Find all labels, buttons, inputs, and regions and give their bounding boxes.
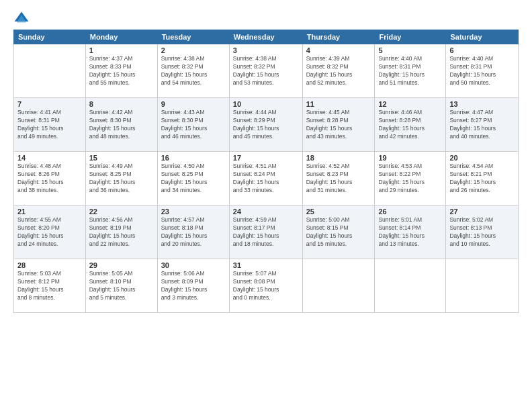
calendar-cell: 15Sunrise: 4:49 AM Sunset: 8:25 PM Dayli…: [85, 152, 157, 205]
calendar-week-row: 7Sunrise: 4:41 AM Sunset: 8:31 PM Daylig…: [14, 98, 519, 152]
day-info: Sunrise: 5:07 AM Sunset: 8:08 PM Dayligh…: [233, 270, 299, 302]
logo-icon: [13, 11, 30, 27]
day-number: 22: [89, 208, 154, 216]
calendar-cell: 3Sunrise: 4:38 AM Sunset: 8:32 PM Daylig…: [229, 44, 302, 98]
day-number: 17: [233, 154, 299, 162]
calendar-cell: 21Sunrise: 4:55 AM Sunset: 8:20 PM Dayli…: [14, 205, 86, 259]
calendar-cell: 5Sunrise: 4:40 AM Sunset: 8:31 PM Daylig…: [375, 44, 446, 98]
calendar-cell: 19Sunrise: 4:53 AM Sunset: 8:22 PM Dayli…: [375, 152, 446, 205]
logo: [13, 11, 31, 27]
calendar-cell: 6Sunrise: 4:40 AM Sunset: 8:31 PM Daylig…: [446, 44, 519, 98]
weekday-row: SundayMondayTuesdayWednesdayThursdayFrid…: [14, 30, 519, 44]
calendar-cell: 23Sunrise: 4:57 AM Sunset: 8:18 PM Dayli…: [157, 205, 229, 259]
day-info: Sunrise: 4:37 AM Sunset: 8:33 PM Dayligh…: [89, 55, 154, 87]
day-number: 14: [17, 154, 82, 162]
day-info: Sunrise: 4:54 AM Sunset: 8:21 PM Dayligh…: [449, 163, 515, 195]
day-info: Sunrise: 4:56 AM Sunset: 8:19 PM Dayligh…: [89, 216, 154, 248]
calendar-cell: [375, 259, 446, 313]
calendar-cell: 14Sunrise: 4:48 AM Sunset: 8:26 PM Dayli…: [14, 152, 86, 205]
calendar-week-row: 28Sunrise: 5:03 AM Sunset: 8:12 PM Dayli…: [14, 259, 519, 313]
day-number: 26: [378, 208, 442, 216]
day-number: 11: [306, 100, 371, 108]
weekday-header: Friday: [375, 30, 446, 44]
day-number: 28: [17, 261, 82, 269]
calendar-cell: 9Sunrise: 4:43 AM Sunset: 8:30 PM Daylig…: [157, 98, 229, 152]
day-info: Sunrise: 4:46 AM Sunset: 8:28 PM Dayligh…: [378, 109, 442, 141]
calendar-cell: 8Sunrise: 4:42 AM Sunset: 8:30 PM Daylig…: [85, 98, 157, 152]
weekday-header: Thursday: [302, 30, 375, 44]
day-info: Sunrise: 4:42 AM Sunset: 8:30 PM Dayligh…: [89, 109, 154, 141]
day-info: Sunrise: 4:47 AM Sunset: 8:27 PM Dayligh…: [449, 109, 515, 141]
day-info: Sunrise: 5:01 AM Sunset: 8:14 PM Dayligh…: [378, 216, 442, 248]
day-info: Sunrise: 5:03 AM Sunset: 8:12 PM Dayligh…: [17, 270, 82, 302]
day-number: 19: [378, 154, 442, 162]
day-info: Sunrise: 5:02 AM Sunset: 8:13 PM Dayligh…: [449, 216, 515, 248]
day-number: 2: [161, 46, 226, 54]
day-number: 9: [161, 100, 226, 108]
calendar-cell: 30Sunrise: 5:06 AM Sunset: 8:09 PM Dayli…: [157, 259, 229, 313]
header: [13, 11, 519, 27]
day-number: 16: [161, 154, 226, 162]
day-number: 21: [17, 208, 82, 216]
calendar-cell: [446, 259, 519, 313]
calendar-cell: 17Sunrise: 4:51 AM Sunset: 8:24 PM Dayli…: [229, 152, 302, 205]
calendar-cell: 13Sunrise: 4:47 AM Sunset: 8:27 PM Dayli…: [446, 98, 519, 152]
calendar-cell: 24Sunrise: 4:59 AM Sunset: 8:17 PM Dayli…: [229, 205, 302, 259]
calendar-header: SundayMondayTuesdayWednesdayThursdayFrid…: [14, 30, 519, 44]
day-info: Sunrise: 4:59 AM Sunset: 8:17 PM Dayligh…: [233, 216, 299, 248]
calendar-cell: 11Sunrise: 4:45 AM Sunset: 8:28 PM Dayli…: [302, 98, 375, 152]
day-number: 3: [233, 46, 299, 54]
calendar-cell: [302, 259, 375, 313]
weekday-header: Monday: [85, 30, 157, 44]
day-number: 23: [161, 208, 226, 216]
day-info: Sunrise: 4:38 AM Sunset: 8:32 PM Dayligh…: [161, 55, 226, 87]
day-info: Sunrise: 4:53 AM Sunset: 8:22 PM Dayligh…: [378, 163, 442, 195]
weekday-header: Sunday: [14, 30, 86, 44]
day-info: Sunrise: 4:52 AM Sunset: 8:23 PM Dayligh…: [306, 163, 371, 195]
day-info: Sunrise: 4:45 AM Sunset: 8:28 PM Dayligh…: [306, 109, 371, 141]
day-info: Sunrise: 5:05 AM Sunset: 8:10 PM Dayligh…: [89, 270, 154, 302]
calendar-table: SundayMondayTuesdayWednesdayThursdayFrid…: [13, 30, 519, 313]
day-info: Sunrise: 4:43 AM Sunset: 8:30 PM Dayligh…: [161, 109, 226, 141]
calendar-cell: 29Sunrise: 5:05 AM Sunset: 8:10 PM Dayli…: [85, 259, 157, 313]
calendar-cell: 31Sunrise: 5:07 AM Sunset: 8:08 PM Dayli…: [229, 259, 302, 313]
day-info: Sunrise: 4:48 AM Sunset: 8:26 PM Dayligh…: [17, 163, 82, 195]
calendar-cell: 7Sunrise: 4:41 AM Sunset: 8:31 PM Daylig…: [14, 98, 86, 152]
day-info: Sunrise: 5:00 AM Sunset: 8:15 PM Dayligh…: [306, 216, 371, 248]
day-info: Sunrise: 4:40 AM Sunset: 8:31 PM Dayligh…: [449, 55, 515, 87]
day-info: Sunrise: 4:50 AM Sunset: 8:25 PM Dayligh…: [161, 163, 226, 195]
calendar-cell: 22Sunrise: 4:56 AM Sunset: 8:19 PM Dayli…: [85, 205, 157, 259]
calendar-cell: [14, 44, 86, 98]
day-info: Sunrise: 4:38 AM Sunset: 8:32 PM Dayligh…: [233, 55, 299, 87]
day-number: 4: [306, 46, 371, 54]
day-info: Sunrise: 5:06 AM Sunset: 8:09 PM Dayligh…: [161, 270, 226, 302]
calendar-body: 1Sunrise: 4:37 AM Sunset: 8:33 PM Daylig…: [14, 44, 519, 313]
weekday-header: Tuesday: [157, 30, 229, 44]
calendar-cell: 12Sunrise: 4:46 AM Sunset: 8:28 PM Dayli…: [375, 98, 446, 152]
day-number: 1: [89, 46, 154, 54]
day-number: 15: [89, 154, 154, 162]
calendar-cell: 25Sunrise: 5:00 AM Sunset: 8:15 PM Dayli…: [302, 205, 375, 259]
day-info: Sunrise: 4:57 AM Sunset: 8:18 PM Dayligh…: [161, 216, 226, 248]
day-info: Sunrise: 4:49 AM Sunset: 8:25 PM Dayligh…: [89, 163, 154, 195]
day-number: 6: [449, 46, 515, 54]
day-number: 7: [17, 100, 82, 108]
weekday-header: Wednesday: [229, 30, 302, 44]
day-info: Sunrise: 4:51 AM Sunset: 8:24 PM Dayligh…: [233, 163, 299, 195]
calendar-cell: 1Sunrise: 4:37 AM Sunset: 8:33 PM Daylig…: [85, 44, 157, 98]
calendar-cell: 2Sunrise: 4:38 AM Sunset: 8:32 PM Daylig…: [157, 44, 229, 98]
calendar-week-row: 21Sunrise: 4:55 AM Sunset: 8:20 PM Dayli…: [14, 205, 519, 259]
day-number: 29: [89, 261, 154, 269]
day-number: 27: [449, 208, 515, 216]
day-number: 20: [449, 154, 515, 162]
day-info: Sunrise: 4:39 AM Sunset: 8:32 PM Dayligh…: [306, 55, 371, 87]
day-number: 24: [233, 208, 299, 216]
day-info: Sunrise: 4:55 AM Sunset: 8:20 PM Dayligh…: [17, 216, 82, 248]
calendar-page: SundayMondayTuesdayWednesdayThursdayFrid…: [0, 0, 532, 411]
calendar-cell: 18Sunrise: 4:52 AM Sunset: 8:23 PM Dayli…: [302, 152, 375, 205]
calendar-cell: 28Sunrise: 5:03 AM Sunset: 8:12 PM Dayli…: [14, 259, 86, 313]
day-number: 5: [378, 46, 442, 54]
calendar-cell: 26Sunrise: 5:01 AM Sunset: 8:14 PM Dayli…: [375, 205, 446, 259]
calendar-cell: 10Sunrise: 4:44 AM Sunset: 8:29 PM Dayli…: [229, 98, 302, 152]
day-number: 13: [449, 100, 515, 108]
